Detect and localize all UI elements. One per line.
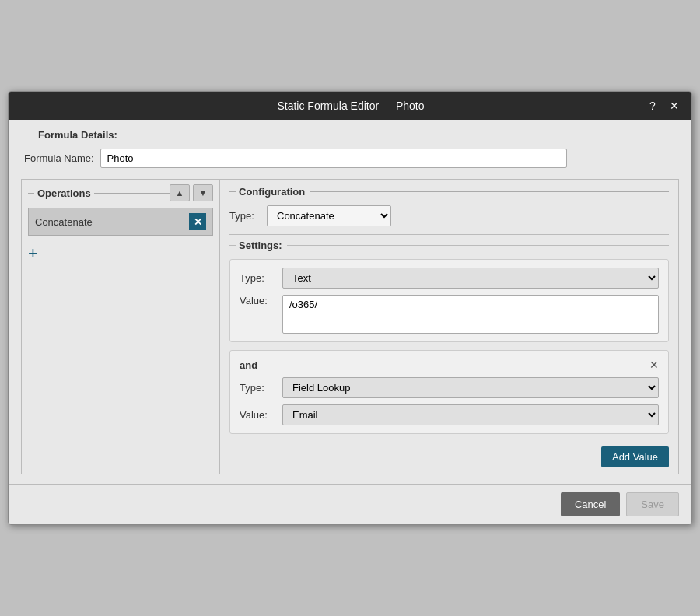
- dialog-title: Static Formula Editor — Photo: [57, 100, 645, 112]
- settings-label: Settings:: [239, 240, 282, 251]
- formula-details-header: Formula Details:: [21, 129, 679, 141]
- dialog-body: Formula Details: Formula Name: Operation…: [9, 120, 691, 484]
- add-operation-button[interactable]: +: [22, 240, 44, 267]
- formula-name-input[interactable]: [100, 149, 567, 168]
- value-card-1: Type: Text Field Lookup Static Value: /o…: [229, 259, 669, 342]
- move-up-button[interactable]: ▲: [170, 184, 190, 201]
- operations-list: Concatenate ✕: [22, 205, 219, 240]
- value1-type-select[interactable]: Text Field Lookup Static: [282, 268, 659, 289]
- config-type-select[interactable]: Concatenate Field Lookup Static Text: [267, 205, 391, 226]
- value2-value-select[interactable]: Email Username FirstName LastName: [282, 404, 659, 425]
- config-type-label: Type:: [229, 210, 261, 222]
- settings-header: Settings:: [229, 240, 669, 251]
- dash-right: [94, 193, 170, 194]
- config-dash-left: [229, 191, 236, 192]
- value1-value-row: Value: /o365/: [240, 295, 659, 334]
- titlebar-icons: ? ✕: [645, 98, 682, 114]
- save-button[interactable]: Save: [626, 492, 679, 516]
- formula-name-label: Formula Name:: [24, 152, 94, 164]
- arrow-buttons: ▲ ▼: [170, 184, 213, 201]
- help-button[interactable]: ?: [645, 98, 660, 114]
- config-label: Configuration: [239, 186, 305, 198]
- operation-item-concatenate[interactable]: Concatenate ✕: [28, 208, 213, 236]
- titlebar: Static Formula Editor — Photo ? ✕: [9, 92, 691, 120]
- dialog-footer: Cancel Save: [9, 484, 691, 524]
- and-label: and: [240, 359, 257, 371]
- settings-dash-left: [229, 245, 236, 246]
- value2-type-select[interactable]: Field Lookup Text Static: [282, 377, 659, 398]
- value1-type-label: Type:: [240, 272, 282, 284]
- value2-type-row: Type: Field Lookup Text Static: [240, 377, 659, 398]
- static-formula-editor-dialog: Static Formula Editor — Photo ? ✕ Formul…: [8, 91, 692, 525]
- and-header: and ✕: [240, 359, 659, 371]
- formula-name-row: Formula Name:: [21, 149, 679, 168]
- right-panel: Configuration Type: Concatenate Field Lo…: [220, 180, 678, 474]
- move-down-button[interactable]: ▼: [193, 184, 213, 201]
- operation-item-label: Concatenate: [35, 216, 93, 228]
- config-divider: [229, 234, 669, 235]
- config-type-row: Type: Concatenate Field Lookup Static Te…: [229, 205, 669, 226]
- main-panels: Operations ▲ ▼ Concatenate ✕ +: [21, 179, 679, 474]
- close-button[interactable]: ✕: [667, 98, 682, 114]
- remove-value2-button[interactable]: ✕: [649, 359, 659, 371]
- settings-line: [287, 245, 669, 246]
- remove-operation-button[interactable]: ✕: [189, 213, 206, 230]
- value1-type-row: Type: Text Field Lookup Static: [240, 268, 659, 289]
- value-card-2: and ✕ Type: Field Lookup Text Static Val…: [229, 350, 669, 434]
- operations-label: Operations: [37, 187, 91, 199]
- value2-value-row: Value: Email Username FirstName LastName: [240, 404, 659, 425]
- value2-value-label: Value:: [240, 409, 282, 421]
- value1-value-input[interactable]: /o365/: [282, 295, 659, 334]
- dash-left: [28, 193, 34, 194]
- operations-header-row: Operations ▲ ▼: [22, 180, 219, 205]
- formula-details-label: Formula Details:: [38, 129, 117, 141]
- config-header: Configuration: [229, 186, 669, 198]
- config-line: [310, 191, 669, 192]
- left-panel: Operations ▲ ▼ Concatenate ✕ +: [22, 180, 220, 474]
- value2-type-label: Type:: [240, 382, 282, 394]
- value1-value-label: Value:: [240, 295, 282, 306]
- add-value-button[interactable]: Add Value: [601, 446, 669, 467]
- cancel-button[interactable]: Cancel: [561, 492, 620, 516]
